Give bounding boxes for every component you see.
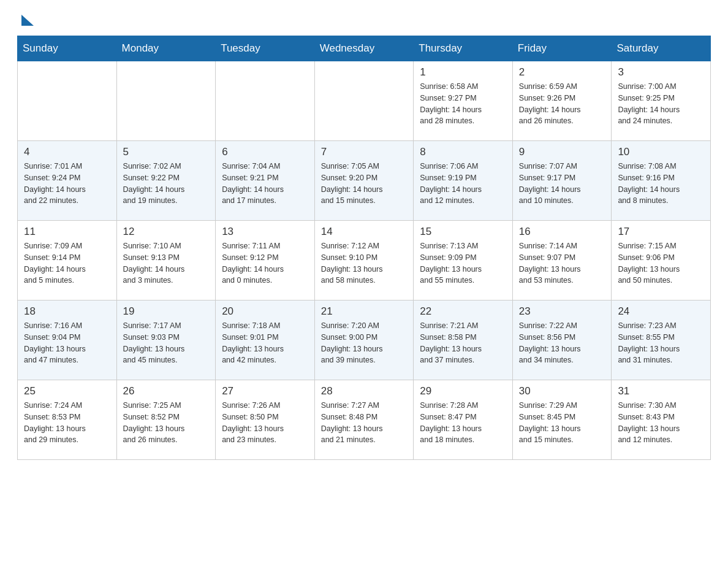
day-number: 30 [519,385,605,397]
day-number: 6 [222,146,308,158]
day-number: 20 [222,305,308,318]
calendar-cell: 24Sunrise: 7:23 AM Sunset: 8:55 PM Dayli… [612,301,711,380]
calendar-week-4: 18Sunrise: 7:16 AM Sunset: 9:04 PM Dayli… [18,301,711,380]
weekday-header-sunday: Sunday [18,36,117,61]
weekday-header-tuesday: Tuesday [216,36,315,61]
day-number: 4 [24,146,110,158]
calendar-cell: 20Sunrise: 7:18 AM Sunset: 9:01 PM Dayli… [216,301,315,380]
day-info: Sunrise: 7:30 AM Sunset: 8:43 PM Dayligh… [618,400,704,446]
day-number: 19 [123,305,210,318]
calendar-cell: 14Sunrise: 7:12 AM Sunset: 9:10 PM Dayli… [314,221,414,301]
day-number: 13 [222,226,308,238]
calendar-week-1: 1Sunrise: 6:58 AM Sunset: 9:27 PM Daylig… [18,61,711,141]
day-info: Sunrise: 7:15 AM Sunset: 9:06 PM Dayligh… [618,240,704,286]
calendar-cell: 4Sunrise: 7:01 AM Sunset: 9:24 PM Daylig… [18,141,117,221]
day-info: Sunrise: 7:21 AM Sunset: 8:58 PM Dayligh… [420,320,506,366]
calendar-cell: 21Sunrise: 7:20 AM Sunset: 9:00 PM Dayli… [314,301,414,380]
page-header [0,0,728,36]
calendar-week-2: 4Sunrise: 7:01 AM Sunset: 9:24 PM Daylig… [18,141,711,221]
calendar-cell: 23Sunrise: 7:22 AM Sunset: 8:56 PM Dayli… [512,301,612,380]
day-info: Sunrise: 7:22 AM Sunset: 8:56 PM Dayligh… [519,320,605,366]
day-number: 15 [420,226,506,238]
calendar-cell: 26Sunrise: 7:25 AM Sunset: 8:52 PM Dayli… [116,380,216,460]
calendar-cell: 11Sunrise: 7:09 AM Sunset: 9:14 PM Dayli… [18,221,117,301]
calendar-cell: 13Sunrise: 7:11 AM Sunset: 9:12 PM Dayli… [216,221,315,301]
day-info: Sunrise: 7:01 AM Sunset: 9:24 PM Dayligh… [24,161,110,207]
calendar-cell: 10Sunrise: 7:08 AM Sunset: 9:16 PM Dayli… [612,141,711,221]
calendar-cell [216,61,315,141]
day-info: Sunrise: 7:09 AM Sunset: 9:14 PM Dayligh… [24,240,110,286]
day-info: Sunrise: 7:29 AM Sunset: 8:45 PM Dayligh… [519,400,605,446]
calendar-cell [18,61,117,141]
day-info: Sunrise: 7:11 AM Sunset: 9:12 PM Dayligh… [222,240,308,286]
calendar-cell [116,61,216,141]
day-info: Sunrise: 7:12 AM Sunset: 9:10 PM Dayligh… [321,240,408,286]
day-info: Sunrise: 7:23 AM Sunset: 8:55 PM Dayligh… [618,320,704,366]
day-number: 21 [321,305,408,318]
weekday-header-saturday: Saturday [612,36,711,61]
day-number: 28 [321,385,408,397]
day-number: 23 [519,305,605,318]
weekday-header-thursday: Thursday [414,36,513,61]
calendar-cell: 9Sunrise: 7:07 AM Sunset: 9:17 PM Daylig… [512,141,612,221]
day-number: 11 [24,226,110,238]
day-number: 5 [123,146,210,158]
day-info: Sunrise: 7:27 AM Sunset: 8:48 PM Dayligh… [321,400,408,446]
calendar-cell: 1Sunrise: 6:58 AM Sunset: 9:27 PM Daylig… [414,61,513,141]
day-number: 22 [420,305,506,318]
calendar-cell: 8Sunrise: 7:06 AM Sunset: 9:19 PM Daylig… [414,141,513,221]
day-info: Sunrise: 7:24 AM Sunset: 8:53 PM Dayligh… [24,400,110,446]
day-number: 29 [420,385,506,397]
calendar-week-3: 11Sunrise: 7:09 AM Sunset: 9:14 PM Dayli… [18,221,711,301]
day-info: Sunrise: 7:18 AM Sunset: 9:01 PM Dayligh… [222,320,308,366]
calendar-cell: 30Sunrise: 7:29 AM Sunset: 8:45 PM Dayli… [512,380,612,460]
calendar-cell: 27Sunrise: 7:26 AM Sunset: 8:50 PM Dayli… [216,380,315,460]
calendar-cell: 17Sunrise: 7:15 AM Sunset: 9:06 PM Dayli… [612,221,711,301]
day-info: Sunrise: 7:05 AM Sunset: 9:20 PM Dayligh… [321,161,408,207]
day-info: Sunrise: 7:02 AM Sunset: 9:22 PM Dayligh… [123,161,210,207]
weekday-header-friday: Friday [512,36,612,61]
calendar-cell: 19Sunrise: 7:17 AM Sunset: 9:03 PM Dayli… [116,301,216,380]
day-number: 25 [24,385,110,397]
weekday-header-wednesday: Wednesday [314,36,414,61]
day-number: 2 [519,66,605,79]
day-info: Sunrise: 7:16 AM Sunset: 9:04 PM Dayligh… [24,320,110,366]
day-info: Sunrise: 7:17 AM Sunset: 9:03 PM Dayligh… [123,320,210,366]
calendar-cell: 31Sunrise: 7:30 AM Sunset: 8:43 PM Dayli… [612,380,711,460]
day-number: 10 [618,146,704,158]
day-number: 31 [618,385,704,397]
day-number: 9 [519,146,605,158]
calendar-week-5: 25Sunrise: 7:24 AM Sunset: 8:53 PM Dayli… [18,380,711,460]
calendar-cell: 16Sunrise: 7:14 AM Sunset: 9:07 PM Dayli… [512,221,612,301]
calendar-cell: 25Sunrise: 7:24 AM Sunset: 8:53 PM Dayli… [18,380,117,460]
calendar-cell: 12Sunrise: 7:10 AM Sunset: 9:13 PM Dayli… [116,221,216,301]
logo-triangle-icon [21,15,34,26]
weekday-header-monday: Monday [116,36,216,61]
day-info: Sunrise: 7:04 AM Sunset: 9:21 PM Dayligh… [222,161,308,207]
day-number: 12 [123,226,210,238]
calendar-cell: 3Sunrise: 7:00 AM Sunset: 9:25 PM Daylig… [612,61,711,141]
calendar-cell: 18Sunrise: 7:16 AM Sunset: 9:04 PM Dayli… [18,301,117,380]
day-number: 16 [519,226,605,238]
day-info: Sunrise: 7:08 AM Sunset: 9:16 PM Dayligh… [618,161,704,207]
day-info: Sunrise: 7:13 AM Sunset: 9:09 PM Dayligh… [420,240,506,286]
calendar-cell: 22Sunrise: 7:21 AM Sunset: 8:58 PM Dayli… [414,301,513,380]
calendar-cell: 29Sunrise: 7:28 AM Sunset: 8:47 PM Dayli… [414,380,513,460]
day-number: 8 [420,146,506,158]
day-number: 27 [222,385,308,397]
day-number: 18 [24,305,110,318]
day-number: 7 [321,146,408,158]
calendar-cell: 7Sunrise: 7:05 AM Sunset: 9:20 PM Daylig… [314,141,414,221]
day-info: Sunrise: 7:14 AM Sunset: 9:07 PM Dayligh… [519,240,605,286]
day-info: Sunrise: 7:10 AM Sunset: 9:13 PM Dayligh… [123,240,210,286]
day-info: Sunrise: 7:26 AM Sunset: 8:50 PM Dayligh… [222,400,308,446]
calendar-cell: 15Sunrise: 7:13 AM Sunset: 9:09 PM Dayli… [414,221,513,301]
day-number: 17 [618,226,704,238]
calendar-cell: 5Sunrise: 7:02 AM Sunset: 9:22 PM Daylig… [116,141,216,221]
day-number: 14 [321,226,408,238]
day-info: Sunrise: 7:20 AM Sunset: 9:00 PM Dayligh… [321,320,408,366]
logo [20,15,34,28]
day-number: 1 [420,66,506,79]
day-info: Sunrise: 7:07 AM Sunset: 9:17 PM Dayligh… [519,161,605,207]
day-number: 26 [123,385,210,397]
